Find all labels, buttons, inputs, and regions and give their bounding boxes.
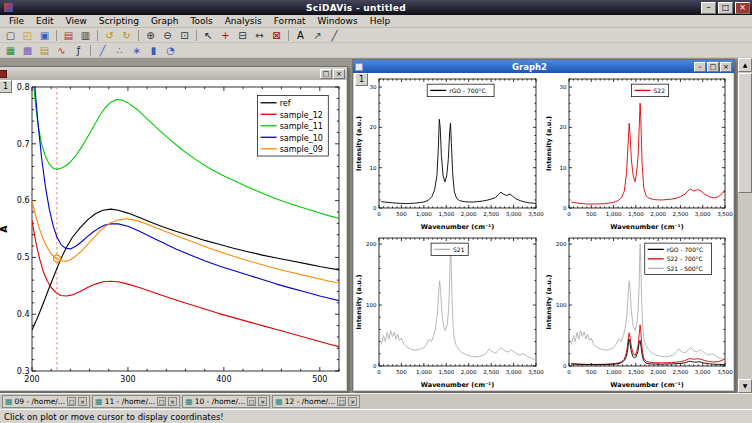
raman-plot-s22[interactable]: 05001,0001,5002,0002,5003,0003,500010203… bbox=[544, 73, 733, 232]
menu-item-scripting[interactable]: Scripting bbox=[93, 15, 145, 27]
svg-text:3,500: 3,500 bbox=[528, 211, 544, 217]
window-tab[interactable]: ▦11 - /home/...□× bbox=[92, 395, 180, 408]
new-graph-icon[interactable]: ∿ bbox=[53, 43, 70, 57]
tab-close-icon[interactable]: × bbox=[258, 397, 267, 406]
new-table-icon[interactable]: ▦ bbox=[2, 43, 19, 57]
redo-icon[interactable]: ↻ bbox=[118, 28, 135, 42]
raman-plot-overlay[interactable]: 05001,0001,5002,0002,5003,0003,500010020… bbox=[544, 232, 733, 390]
tab-label: 09 - /home/... bbox=[15, 397, 66, 406]
new-note-icon[interactable]: ▤ bbox=[36, 43, 53, 57]
zoom-out-icon[interactable]: ⊖ bbox=[159, 28, 176, 42]
remove-points-icon[interactable]: ⊠ bbox=[268, 28, 285, 42]
data-reader-icon[interactable]: + bbox=[217, 28, 234, 42]
svg-text:sample_12: sample_12 bbox=[280, 111, 323, 120]
tab-close-icon[interactable]: × bbox=[348, 397, 357, 406]
svg-text:0.8: 0.8 bbox=[17, 83, 30, 92]
scrollbar-thumb[interactable] bbox=[738, 73, 752, 193]
plot-scatter-icon[interactable]: ∴ bbox=[111, 43, 128, 57]
window-tab[interactable]: ▦10 - /home/...□× bbox=[182, 395, 270, 408]
scroll-down-icon[interactable]: ▼ bbox=[738, 379, 752, 393]
close-button[interactable]: × bbox=[735, 2, 750, 14]
scroll-up-icon[interactable]: ▲ bbox=[738, 58, 752, 72]
svg-text:300: 300 bbox=[120, 375, 135, 384]
svg-text:10: 10 bbox=[560, 165, 567, 171]
maximize-button[interactable]: □ bbox=[718, 2, 733, 14]
uvvis-plot[interactable]: 2003004005000.30.40.50.60.70.8Arefsample… bbox=[0, 80, 346, 390]
app-icon bbox=[4, 3, 13, 12]
menu-item-edit[interactable]: Edit bbox=[30, 15, 59, 27]
svg-text:200: 200 bbox=[556, 241, 567, 247]
svg-text:200: 200 bbox=[24, 375, 39, 384]
tab-restore-icon[interactable]: □ bbox=[247, 397, 256, 406]
table-icon: ▦ bbox=[185, 396, 193, 407]
move-points-icon[interactable]: ↔ bbox=[251, 28, 268, 42]
window-tab[interactable]: ▦12 - /home/...□× bbox=[272, 395, 360, 408]
draw-arrow-icon[interactable]: ↗ bbox=[309, 28, 326, 42]
pointer-icon[interactable]: ↖ bbox=[200, 28, 217, 42]
tab-restore-icon[interactable]: □ bbox=[157, 397, 166, 406]
zoom-in-icon[interactable]: ⊕ bbox=[142, 28, 159, 42]
tab-close-icon[interactable]: × bbox=[168, 397, 177, 406]
select-range-icon[interactable]: ⊟ bbox=[234, 28, 251, 42]
svg-text:400: 400 bbox=[216, 375, 231, 384]
svg-text:Intensity (a.u.): Intensity (a.u.) bbox=[545, 116, 553, 171]
graph2-layer-1-button[interactable]: 1 bbox=[355, 73, 368, 86]
rescale-icon[interactable]: ⊡ bbox=[176, 28, 193, 42]
menu-item-view[interactable]: View bbox=[60, 15, 93, 27]
svg-text:30: 30 bbox=[560, 84, 567, 90]
menu-item-format[interactable]: Format bbox=[268, 15, 312, 27]
menu-item-windows[interactable]: Windows bbox=[311, 15, 363, 27]
graph2-minimize-button[interactable]: – bbox=[694, 62, 706, 72]
toolbar-separator bbox=[56, 30, 57, 41]
graph2-restore-button[interactable]: □ bbox=[707, 62, 719, 72]
svg-text:200: 200 bbox=[366, 241, 377, 247]
menu-item-file[interactable]: File bbox=[3, 15, 30, 27]
menu-item-tools[interactable]: Tools bbox=[185, 15, 219, 27]
mdi-vertical-scrollbar[interactable]: ▲ ▼ bbox=[737, 58, 752, 393]
graph1-layer-1-button[interactable]: 1 bbox=[0, 80, 12, 93]
toolbar-separator bbox=[288, 30, 289, 41]
svg-text:1,500: 1,500 bbox=[438, 369, 454, 375]
svg-text:1,000: 1,000 bbox=[606, 369, 622, 375]
svg-text:2,000: 2,000 bbox=[650, 211, 666, 217]
new-function-icon[interactable]: ƒ bbox=[70, 43, 87, 57]
menu-item-analysis[interactable]: Analysis bbox=[219, 15, 268, 27]
plot-pie-icon[interactable]: ◔ bbox=[162, 43, 179, 57]
minimize-button[interactable]: – bbox=[701, 2, 716, 14]
plot-bar-icon[interactable]: ▮ bbox=[145, 43, 162, 57]
graph1-titlebar[interactable]: □ × bbox=[0, 67, 347, 80]
svg-text:0: 0 bbox=[373, 205, 377, 211]
graph1-close-button[interactable]: × bbox=[333, 69, 345, 79]
svg-text:0.6: 0.6 bbox=[17, 196, 30, 205]
tab-close-icon[interactable]: × bbox=[78, 397, 87, 406]
graph1-window: □ × 1 2003004005000.30.40.50.60.70.8Aref… bbox=[0, 66, 348, 392]
raman-plot-rgo[interactable]: 05001,0001,5002,0002,5003,0003,500010203… bbox=[354, 73, 544, 232]
tab-restore-icon[interactable]: □ bbox=[67, 397, 76, 406]
graph1-window-icon bbox=[0, 70, 7, 78]
export-pdf-icon[interactable]: ▤ bbox=[60, 28, 77, 42]
toolbar-separator bbox=[97, 30, 98, 41]
window-tab[interactable]: ▦09 - /home/...□× bbox=[2, 395, 90, 408]
new-matrix-icon[interactable]: ▩ bbox=[19, 43, 36, 57]
raman-plot-s21[interactable]: 05001,0001,5002,0002,5003,0003,500010020… bbox=[354, 232, 544, 390]
print-icon[interactable]: ▥ bbox=[77, 28, 94, 42]
open-project-icon[interactable]: ◰ bbox=[19, 28, 36, 42]
add-text-icon[interactable]: A bbox=[292, 28, 309, 42]
plot-line-icon[interactable]: ╱ bbox=[94, 43, 111, 57]
svg-text:S21 - 500°C: S21 - 500°C bbox=[667, 265, 703, 272]
svg-text:Intensity (a.u.): Intensity (a.u.) bbox=[355, 116, 363, 171]
svg-text:0: 0 bbox=[373, 363, 377, 369]
new-project-icon[interactable]: ▢ bbox=[2, 28, 19, 42]
svg-text:sample_11: sample_11 bbox=[280, 122, 323, 131]
menu-item-help[interactable]: Help bbox=[364, 15, 397, 27]
graph1-restore-button[interactable]: □ bbox=[320, 69, 332, 79]
draw-line-icon[interactable]: ╱ bbox=[326, 28, 343, 42]
undo-icon[interactable]: ↺ bbox=[101, 28, 118, 42]
tab-restore-icon[interactable]: □ bbox=[337, 397, 346, 406]
menu-item-graph[interactable]: Graph bbox=[145, 15, 185, 27]
graph2-titlebar[interactable]: Graph2 – □ × bbox=[353, 60, 734, 73]
graph2-close-button[interactable]: × bbox=[720, 62, 732, 72]
titlebar[interactable]: SciDAVis - untitled – □ × bbox=[0, 0, 752, 15]
plot-line-symbol-icon[interactable]: ∗ bbox=[128, 43, 145, 57]
save-project-icon[interactable]: ▣ bbox=[36, 28, 53, 42]
